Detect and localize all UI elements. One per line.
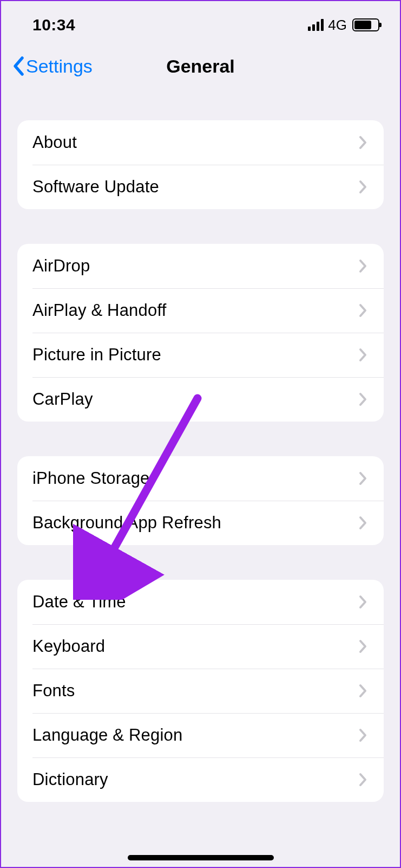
chevron-right-icon [359, 259, 367, 273]
back-button[interactable]: Settings [12, 56, 93, 77]
row-label: Fonts [32, 681, 75, 701]
nav-header: Settings General [1, 43, 400, 89]
row-background-app-refresh[interactable]: Background App Refresh [17, 501, 384, 545]
home-indicator [128, 855, 274, 860]
row-airplay-handoff[interactable]: AirPlay & Handoff [17, 288, 384, 333]
row-label: Date & Time [32, 592, 126, 612]
row-language-region[interactable]: Language & Region [17, 713, 384, 757]
row-label: Keyboard [32, 637, 105, 656]
status-time: 10:34 [32, 16, 75, 34]
row-label: About [32, 133, 77, 152]
row-picture-in-picture[interactable]: Picture in Picture [17, 333, 384, 377]
row-label: AirDrop [32, 256, 90, 276]
row-label: Dictionary [32, 770, 108, 789]
row-dictionary[interactable]: Dictionary [17, 757, 384, 802]
row-label: AirPlay & Handoff [32, 301, 167, 320]
chevron-right-icon [359, 135, 367, 150]
battery-icon [352, 18, 379, 31]
chevron-right-icon [359, 684, 367, 698]
row-software-update[interactable]: Software Update [17, 165, 384, 209]
row-date-time[interactable]: Date & Time [17, 580, 384, 624]
cellular-signal-icon [308, 19, 324, 31]
chevron-right-icon [359, 348, 367, 362]
row-label: Language & Region [32, 726, 182, 745]
chevron-right-icon [359, 595, 367, 609]
row-keyboard[interactable]: Keyboard [17, 624, 384, 669]
chevron-right-icon [359, 516, 367, 530]
row-label: Software Update [32, 177, 159, 197]
chevron-right-icon [359, 303, 367, 318]
settings-group: Date & TimeKeyboardFontsLanguage & Regio… [17, 580, 384, 802]
settings-group: AirDropAirPlay & HandoffPicture in Pictu… [17, 244, 384, 422]
chevron-right-icon [359, 773, 367, 787]
status-bar: 10:34 4G [1, 1, 400, 43]
row-label: iPhone Storage [32, 469, 150, 488]
chevron-right-icon [359, 728, 367, 742]
row-about[interactable]: About [17, 120, 384, 165]
row-iphone-storage[interactable]: iPhone Storage [17, 456, 384, 501]
settings-content: AboutSoftware UpdateAirDropAirPlay & Han… [1, 120, 400, 802]
network-type-label: 4G [328, 17, 347, 34]
page-title: General [166, 56, 235, 77]
status-indicators: 4G [308, 17, 379, 34]
back-button-label: Settings [26, 56, 93, 77]
settings-group: iPhone StorageBackground App Refresh [17, 456, 384, 545]
row-label: Background App Refresh [32, 513, 221, 533]
chevron-right-icon [359, 392, 367, 406]
chevron-left-icon [12, 56, 25, 76]
row-airdrop[interactable]: AirDrop [17, 244, 384, 288]
row-fonts[interactable]: Fonts [17, 669, 384, 713]
row-carplay[interactable]: CarPlay [17, 377, 384, 422]
chevron-right-icon [359, 471, 367, 485]
chevron-right-icon [359, 639, 367, 653]
settings-group: AboutSoftware Update [17, 120, 384, 209]
row-label: Picture in Picture [32, 345, 161, 365]
row-label: CarPlay [32, 390, 93, 409]
chevron-right-icon [359, 180, 367, 194]
